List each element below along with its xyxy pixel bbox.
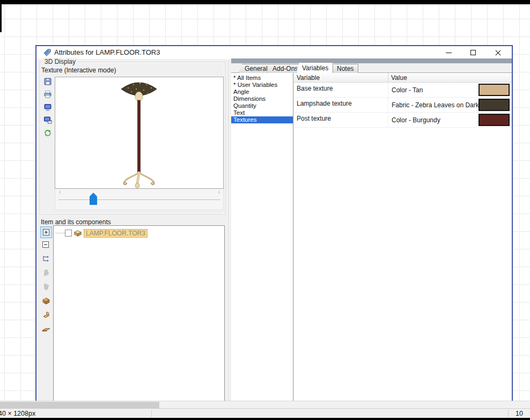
slider-tick-left xyxy=(60,191,60,194)
maximize-icon xyxy=(470,50,476,55)
statusbar-divider xyxy=(151,410,152,417)
print-icon xyxy=(43,90,52,99)
drop-icon xyxy=(41,282,50,291)
window-frame-bottom xyxy=(0,418,530,420)
zoom-status: 10 xyxy=(516,410,523,417)
variable-value: Color - Tan xyxy=(388,83,512,97)
box-open-button[interactable] xyxy=(40,310,53,324)
3d-preview[interactable] xyxy=(55,77,224,189)
category-angle[interactable]: Angle xyxy=(231,89,293,95)
tree-item-checkbox[interactable] xyxy=(65,230,72,237)
right-panel-bar xyxy=(231,58,512,63)
minimize-button[interactable] xyxy=(440,46,457,59)
category-text[interactable]: Text xyxy=(231,109,293,116)
display-button[interactable] xyxy=(43,103,53,116)
minimize-icon xyxy=(446,53,452,53)
expand-button[interactable] xyxy=(40,226,52,238)
save-button[interactable] xyxy=(43,77,53,90)
lift-icon xyxy=(41,268,50,277)
hierarchy-icon xyxy=(41,254,50,263)
hierarchy-button[interactable] xyxy=(40,254,53,268)
save-icon xyxy=(43,77,52,86)
window-frame-top xyxy=(0,0,530,4)
variables-table: Variable Value Base texture Color - Tan … xyxy=(294,73,512,403)
collapse-button[interactable] xyxy=(40,240,53,254)
box-3d-icon xyxy=(41,296,51,306)
table-header: Variable Value xyxy=(294,73,512,83)
window-frame-left xyxy=(0,4,2,32)
value-text: Color - Tan xyxy=(392,86,423,94)
refresh-button[interactable] xyxy=(43,129,53,142)
value-text: Color - Burgundy xyxy=(392,116,440,124)
print-button[interactable] xyxy=(43,90,53,103)
slab-button[interactable] xyxy=(40,324,53,338)
display-icon xyxy=(43,103,52,112)
value-text: Fabric - Zebra Leaves on Dark Gr xyxy=(392,101,488,109)
tree-item-label[interactable]: LAMP.FLOOR.TOR3 xyxy=(84,229,148,238)
tag-icon xyxy=(42,48,52,57)
dialog-titlebar[interactable]: Attributes for LAMP.FLOOR.TOR3 xyxy=(36,46,512,59)
close-button[interactable] xyxy=(489,46,506,59)
column-header-variable[interactable]: Variable xyxy=(294,73,388,82)
display-copy-button[interactable] xyxy=(43,116,53,129)
texture-swatch[interactable] xyxy=(479,114,510,126)
component-box-icon xyxy=(73,229,82,238)
texture-swatch[interactable] xyxy=(479,99,510,111)
texture-swatch[interactable] xyxy=(479,84,510,96)
attributes-dialog: Attributes for LAMP.FLOOR.TOR3 3D Displa… xyxy=(35,45,513,404)
components-label: Item and its components xyxy=(41,218,111,226)
category-all-items[interactable]: * All Items xyxy=(231,75,293,82)
slider-track[interactable] xyxy=(58,200,220,201)
horizontal-scrollbar[interactable] xyxy=(0,401,530,408)
tree-row[interactable]: LAMP.FLOOR.TOR3 xyxy=(56,229,148,238)
slider-tick-right xyxy=(219,191,219,194)
table-row[interactable]: Post texture Color - Burgundy xyxy=(294,113,512,128)
rotation-slider xyxy=(55,189,224,210)
tab-notes[interactable]: Notes xyxy=(331,64,358,73)
category-textures[interactable]: Textures xyxy=(231,116,293,123)
variable-name: Lampshade texture xyxy=(294,98,388,112)
variable-value: Fabric - Zebra Leaves on Dark Gr xyxy=(388,98,512,112)
refresh-icon xyxy=(43,129,52,137)
lamp-render xyxy=(55,77,223,188)
table-row[interactable]: Lampshade texture Fabric - Zebra Leaves … xyxy=(294,98,512,113)
display-copy-icon xyxy=(43,116,52,124)
lift-button[interactable] xyxy=(40,268,53,282)
dimensions-status: 40 × 1208px xyxy=(0,410,35,417)
category-user-variables[interactable]: * User Variables xyxy=(231,82,293,89)
slab-icon xyxy=(41,324,51,334)
box-3d-button[interactable] xyxy=(40,296,53,310)
category-dimensions[interactable]: Dimensions xyxy=(231,95,293,102)
variable-name: Post texture xyxy=(294,113,388,127)
slider-thumb[interactable] xyxy=(90,193,97,205)
status-bar: 40 × 1208px 10 xyxy=(0,408,530,418)
category-quantity[interactable]: Quantity xyxy=(231,102,293,109)
tree-toolbar xyxy=(40,226,53,338)
variable-category-list: * All Items * User Variables Angle Dimen… xyxy=(231,73,293,403)
dialog-title: Attributes for LAMP.FLOOR.TOR3 xyxy=(54,48,160,56)
close-icon xyxy=(495,50,501,56)
tab-variables[interactable]: Variables xyxy=(296,62,333,73)
display-toolbar xyxy=(43,77,53,142)
components-tree[interactable]: LAMP.FLOOR.TOR3 xyxy=(53,225,225,403)
variable-value: Color - Burgundy xyxy=(388,113,512,127)
column-header-value[interactable]: Value xyxy=(388,73,512,82)
maximize-button[interactable] xyxy=(465,46,482,59)
drop-button[interactable] xyxy=(40,282,53,296)
table-row[interactable]: Base texture Color - Tan xyxy=(294,83,512,98)
texture-mode-label: Texture (Interactive mode) xyxy=(41,67,116,74)
collapse-icon xyxy=(41,240,50,249)
tree-branch xyxy=(56,233,65,233)
scrollbar-thumb[interactable] xyxy=(0,402,159,408)
box-open-icon xyxy=(41,310,51,320)
3d-display-label: 3D Display xyxy=(43,58,77,65)
statusbar-divider xyxy=(508,410,509,417)
app-canvas: Attributes for LAMP.FLOOR.TOR3 3D Displa… xyxy=(0,0,530,420)
variable-name: Base texture xyxy=(294,83,388,97)
expand-icon xyxy=(42,228,50,237)
pane-divider xyxy=(229,61,230,403)
